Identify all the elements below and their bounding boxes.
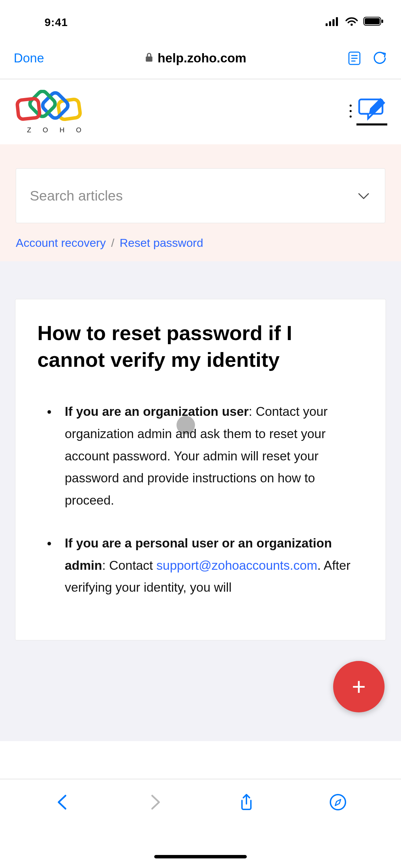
support-email-link[interactable]: support@zohoaccounts.com xyxy=(156,558,317,572)
safari-bottom-toolbar xyxy=(0,779,401,868)
safari-address-bar: Done help.zoho.com xyxy=(0,38,401,79)
fab-add-button[interactable]: + xyxy=(333,661,385,712)
forward-icon xyxy=(145,793,164,811)
cellular-icon xyxy=(326,16,340,29)
wifi-icon xyxy=(345,16,359,29)
svg-point-16 xyxy=(350,105,352,107)
breadcrumb-separator: / xyxy=(109,236,116,249)
battery-icon xyxy=(363,16,384,29)
share-icon[interactable] xyxy=(237,793,256,811)
svg-rect-1 xyxy=(329,21,331,26)
safari-compass-icon[interactable] xyxy=(329,793,347,811)
svg-rect-0 xyxy=(326,23,328,26)
ios-status-bar: 9:41 xyxy=(0,0,401,38)
url-host-text: help.zoho.com xyxy=(158,51,246,65)
search-input[interactable] xyxy=(30,188,349,204)
site-header: Z O H O xyxy=(0,79,401,144)
bullet-lead: If you are an organization user xyxy=(65,405,249,419)
svg-rect-3 xyxy=(336,17,338,26)
svg-point-4 xyxy=(351,23,353,25)
list-item: If you are a personal user or an organiz… xyxy=(37,532,364,599)
article-bullet-list: If you are an organization user: Contact… xyxy=(37,401,364,599)
status-time: 9:41 xyxy=(45,16,68,29)
breadcrumb-link-reset-password[interactable]: Reset password xyxy=(120,236,203,249)
bullet-body-pre: Contact xyxy=(109,558,157,572)
svg-point-20 xyxy=(330,795,345,810)
status-icons xyxy=(326,16,384,29)
plus-icon: + xyxy=(352,673,366,700)
feedback-icon[interactable] xyxy=(356,98,387,125)
svg-rect-7 xyxy=(381,20,383,23)
reader-view-icon[interactable] xyxy=(347,51,362,66)
chevron-down-icon[interactable] xyxy=(356,188,371,203)
brand-letters: Z O H O xyxy=(27,126,86,134)
breadcrumb-link-account-recovery[interactable]: Account recovery xyxy=(16,236,106,249)
svg-rect-6 xyxy=(365,18,380,24)
lock-icon xyxy=(145,51,154,65)
breadcrumb: Account recovery / Reset password xyxy=(16,223,385,250)
svg-point-17 xyxy=(350,110,352,112)
search-box[interactable] xyxy=(16,168,385,223)
done-button[interactable]: Done xyxy=(14,51,44,65)
article-card: How to reset password if I cannot verify… xyxy=(15,299,386,640)
search-section: Account recovery / Reset password xyxy=(0,144,401,261)
home-indicator xyxy=(154,855,247,858)
list-item: If you are an organization user: Contact… xyxy=(37,401,364,512)
url-display[interactable]: help.zoho.com xyxy=(54,51,337,65)
svg-rect-15 xyxy=(17,98,40,119)
back-icon[interactable] xyxy=(54,793,72,811)
hamburger-menu-icon[interactable] xyxy=(348,103,353,121)
svg-point-18 xyxy=(350,116,352,118)
svg-rect-2 xyxy=(332,19,335,26)
zoho-logo[interactable]: Z O H O xyxy=(14,90,99,134)
article-title: How to reset password if I cannot verify… xyxy=(37,320,364,373)
reload-icon[interactable] xyxy=(372,51,387,66)
bullet-body: Contact your organization admin and ask … xyxy=(65,405,328,507)
svg-rect-12 xyxy=(58,99,81,120)
